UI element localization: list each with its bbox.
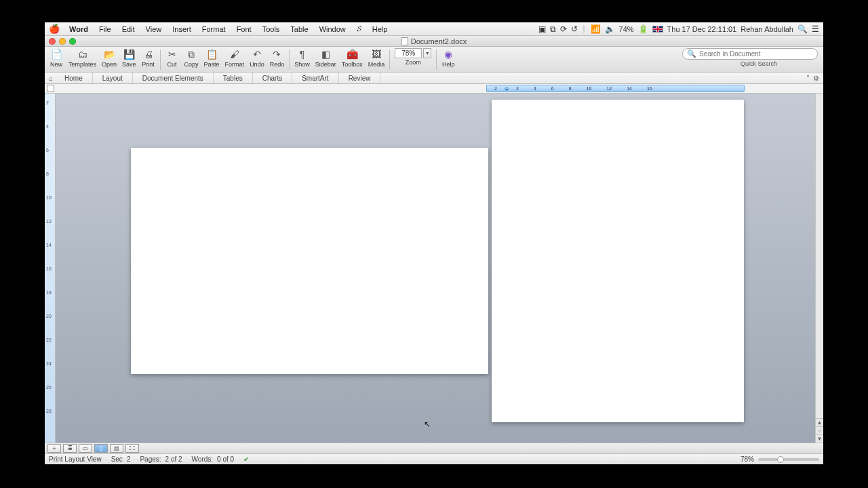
- spellcheck-icon[interactable]: ✔︎: [243, 455, 249, 463]
- ruler-mark: 14: [619, 86, 639, 91]
- toolbar-sep: [436, 49, 437, 70]
- quicktime-icon[interactable]: ▣: [538, 24, 546, 34]
- print-icon: 🖨: [142, 48, 155, 60]
- zoom-slider-knob[interactable]: [777, 456, 784, 463]
- zoom-input[interactable]: 78%: [395, 48, 422, 58]
- tb-media[interactable]: 🖼Media: [366, 48, 387, 68]
- view-fullscreen-button[interactable]: ⛶: [125, 444, 139, 453]
- app-name-menu[interactable]: Word: [64, 25, 94, 33]
- menubar: 🍎 Word File Edit View Insert Format Font…: [45, 22, 823, 36]
- view-print-layout-button[interactable]: ▯: [94, 444, 108, 453]
- tb-paste-label: Paste: [204, 61, 220, 68]
- zoom-dropdown[interactable]: ▼: [423, 48, 431, 58]
- search-input[interactable]: [699, 50, 813, 58]
- view-publishing-button[interactable]: ▭: [79, 444, 92, 453]
- window-close-button[interactable]: [49, 38, 56, 45]
- search-box[interactable]: 🔍: [682, 48, 818, 60]
- ribbon-collapse-icon[interactable]: ˅: [806, 75, 810, 82]
- document-canvas[interactable]: ↖: [56, 94, 815, 443]
- redo-icon: ↷: [270, 48, 283, 60]
- battery-icon[interactable]: 🔋: [638, 24, 648, 34]
- zoom-slider[interactable]: [758, 458, 819, 461]
- tb-print[interactable]: 🖨Print: [140, 48, 157, 68]
- ribbon-home-icon[interactable]: ⌂: [45, 75, 55, 82]
- tb-help[interactable]: ◉Help: [439, 48, 457, 68]
- ribbon-settings-icon[interactable]: ⚙: [813, 75, 819, 82]
- ribbon-tab-review[interactable]: Review: [339, 73, 381, 83]
- bluetooth-icon[interactable]: ᛒ: [582, 24, 587, 34]
- menu-insert[interactable]: Insert: [167, 25, 197, 33]
- menu-tools[interactable]: Tools: [257, 25, 285, 33]
- scroll-next-page-icon[interactable]: ▼: [816, 434, 823, 443]
- status-zoom-value[interactable]: 78%: [741, 455, 754, 463]
- tb-show[interactable]: ¶Show: [292, 48, 312, 68]
- tb-redo[interactable]: ↷Redo: [268, 48, 287, 68]
- help-icon: ◉: [441, 48, 455, 60]
- document-page-1[interactable]: [131, 148, 488, 374]
- window-zoom-button[interactable]: [69, 38, 76, 45]
- scroll-browse-icon[interactable]: ○: [816, 426, 823, 434]
- vruler-mark: 20: [46, 314, 52, 319]
- display-icon[interactable]: ⧉: [550, 24, 556, 34]
- standard-toolbar: 📄New 🗂Templates 📂Open 💾Save 🖨Print ✂︎Cut…: [45, 47, 823, 73]
- menu-help[interactable]: Help: [367, 25, 393, 33]
- volume-icon[interactable]: 🔈: [605, 24, 615, 34]
- menubar-clock[interactable]: Thu 17 Dec 22:11:01: [667, 25, 737, 33]
- spotlight-icon[interactable]: 🔍: [797, 24, 808, 34]
- notification-center-icon[interactable]: ☰: [812, 24, 819, 34]
- tb-templates[interactable]: 🗂Templates: [66, 48, 98, 68]
- menu-file[interactable]: File: [94, 25, 117, 33]
- menu-font[interactable]: Font: [231, 25, 257, 33]
- workspace: 2 4 6 8 10 12 14 16 18 20 22 24 26 28 ↖ …: [45, 94, 823, 443]
- view-outline-button[interactable]: ≣: [63, 444, 77, 453]
- horizontal-ruler[interactable]: 2 ⬙ 2 4 6 8 10 12 14 16: [45, 84, 823, 94]
- tb-save[interactable]: 💾Save: [120, 48, 138, 68]
- tb-toolbox[interactable]: 🧰Toolbox: [340, 48, 365, 68]
- vertical-scrollbar[interactable]: ▲ ○ ▼: [815, 94, 823, 443]
- ribbon-tab-layout[interactable]: Layout: [93, 73, 133, 83]
- window-minimize-button[interactable]: [59, 38, 66, 45]
- tb-copy[interactable]: ⧉Copy: [182, 48, 201, 68]
- mouse-cursor-icon: ↖: [424, 420, 431, 429]
- toolbar-sep: [289, 49, 290, 70]
- apple-menu-icon[interactable]: 🍎: [49, 24, 60, 34]
- vruler-mark: 10: [46, 195, 52, 200]
- tab-stop-selector[interactable]: [47, 85, 54, 92]
- battery-percent[interactable]: 74%: [619, 25, 634, 33]
- menu-edit[interactable]: Edit: [117, 25, 140, 33]
- tb-paste[interactable]: 📋Paste: [202, 48, 222, 68]
- script-menu-icon[interactable]: 𝓢: [351, 24, 367, 33]
- ribbon-tab-home[interactable]: Home: [55, 73, 93, 83]
- menu-format[interactable]: Format: [197, 25, 231, 33]
- ribbon-tab-docelem[interactable]: Document Elements: [133, 73, 214, 83]
- scroll-prev-page-icon[interactable]: ▲: [816, 418, 823, 426]
- tb-new-label: New: [50, 61, 62, 68]
- tb-new[interactable]: 📄New: [47, 48, 65, 68]
- tb-cut[interactable]: ✂︎Cut: [163, 48, 181, 68]
- tb-undo[interactable]: ↶Undo: [248, 48, 267, 68]
- menu-window[interactable]: Window: [314, 25, 351, 33]
- input-flag-uk-icon[interactable]: [652, 26, 663, 33]
- view-draft-button[interactable]: ≡: [47, 444, 61, 453]
- new-icon: 📄: [50, 48, 63, 60]
- ribbon-tab-tables[interactable]: Tables: [214, 73, 253, 83]
- sync-icon[interactable]: ⟳: [560, 24, 567, 34]
- wifi-icon[interactable]: 📶: [591, 24, 601, 34]
- vruler-mark: 16: [46, 266, 52, 271]
- document-page-2[interactable]: [492, 100, 744, 422]
- timemachine-icon[interactable]: ↺: [571, 24, 578, 34]
- tb-format[interactable]: 🖌Format: [223, 48, 247, 68]
- ribbon-tab-charts[interactable]: Charts: [253, 73, 292, 83]
- vertical-ruler[interactable]: 2 4 6 8 10 12 14 16 18 20 22 24 26 28: [45, 94, 56, 443]
- vruler-mark: 22: [46, 338, 52, 342]
- templates-icon: 🗂: [76, 48, 90, 60]
- view-notebook-button[interactable]: ▤: [110, 444, 123, 453]
- menu-table[interactable]: Table: [285, 25, 313, 33]
- tb-sidebar[interactable]: ◧Sidebar: [313, 48, 338, 68]
- menu-view[interactable]: View: [140, 25, 167, 33]
- tb-open-label: Open: [102, 61, 117, 68]
- menubar-user[interactable]: Rehan Abdullah: [741, 25, 793, 33]
- tb-open[interactable]: 📂Open: [100, 48, 119, 68]
- ribbon-tab-smartart[interactable]: SmartArt: [292, 73, 338, 83]
- app-window: 🍎 Word File Edit View Insert Format Font…: [45, 22, 823, 464]
